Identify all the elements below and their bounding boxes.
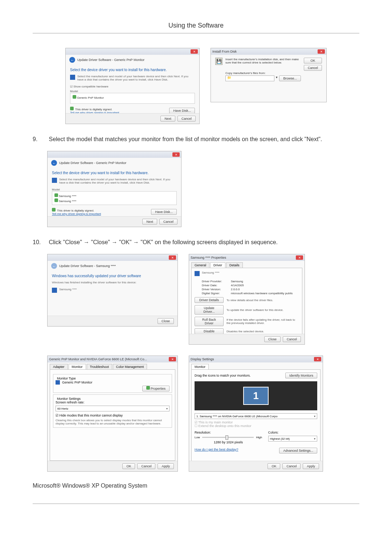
chevron-down-icon: ▾ — [314, 437, 315, 440]
refresh-dropdown[interactable]: 60 Hertz ▾ — [56, 406, 170, 411]
apply-button[interactable]: Apply — [303, 463, 319, 469]
shield-icon — [70, 107, 74, 110]
device-name: Samsung **** — [202, 271, 219, 276]
close-button[interactable]: Close — [264, 336, 281, 342]
signing-link[interactable]: Tell me why driver signing is important — [52, 212, 101, 216]
close-icon[interactable]: ✕ — [318, 49, 325, 54]
cancel-button[interactable]: Cancel — [283, 336, 301, 342]
model-item-2[interactable]: Samsung **** — [59, 200, 76, 203]
cancel-button[interactable]: Cancel — [282, 463, 301, 469]
model-item-1[interactable]: Samsung **** — [59, 194, 76, 198]
page-header: Using the Software — [33, 22, 359, 33]
monitor-arrangement[interactable]: 1 — [195, 381, 317, 410]
cancel-button[interactable]: Cancel — [304, 65, 322, 71]
dialog-title: Samsung **** Properties — [191, 256, 226, 259]
ok-button[interactable]: OK — [268, 463, 280, 469]
best-display-link[interactable]: How do I get the best display? — [195, 448, 238, 454]
compat-checkbox-label[interactable]: Show compatible hardware — [73, 85, 109, 88]
monitor-1-icon[interactable]: 1 — [243, 387, 269, 405]
advanced-button[interactable]: Advanced Settings... — [279, 448, 317, 454]
cancel-button[interactable]: Cancel — [137, 463, 155, 469]
titlebar: Display Settings ✕ — [189, 356, 323, 362]
cancel-button[interactable]: Cancel — [177, 116, 196, 122]
model-item[interactable]: Generic PnP Monitor — [77, 96, 104, 99]
close-icon[interactable]: ✕ — [296, 255, 303, 260]
close-button[interactable]: Close — [158, 318, 174, 324]
close-icon[interactable]: ✕ — [169, 357, 176, 361]
dialog-title: Generic PnP Monitor and NVIDIA GeForce 6… — [49, 357, 147, 361]
close-icon[interactable]: ✕ — [169, 255, 176, 260]
dialog-desc: Windows has finished installing the driv… — [52, 281, 173, 284]
have-disk-button[interactable]: Have Disk... — [151, 209, 177, 215]
colors-label: Colors: — [268, 431, 317, 434]
driver-details-button[interactable]: Driver Details — [195, 297, 224, 303]
update-driver-button[interactable]: Update Driver... — [195, 305, 224, 315]
tab-adapter[interactable]: Adapter — [50, 364, 68, 369]
display-select-value: 1. Samsung **** on NVIDIA GeForce 6600 L… — [196, 415, 278, 418]
hide-modes-desc: Clearing this check box allows you to se… — [56, 419, 170, 425]
properties-button[interactable]: Properties — [142, 386, 170, 391]
close-icon[interactable]: ✕ — [172, 152, 180, 157]
browse-button[interactable]: Browse... — [279, 75, 301, 81]
breadcrumb-text: Update Driver Software - Samsung **** — [59, 264, 116, 268]
close-icon[interactable]: ✕ — [314, 357, 321, 361]
disable-desc: Disables the selected device. — [226, 330, 299, 333]
hide-modes-checkbox[interactable]: Hide modes that this monitor cannot disp… — [60, 414, 123, 417]
identify-button[interactable]: Identify Monitors — [285, 373, 317, 378]
back-icon[interactable]: ← — [69, 57, 75, 63]
back-icon[interactable]: ← — [51, 160, 57, 166]
model-list[interactable]: Generic PnP Monitor — [70, 93, 195, 104]
close-icon[interactable]: ✕ — [191, 49, 198, 54]
next-button[interactable]: Next — [142, 219, 157, 225]
path-input[interactable]: 📁 — [225, 75, 274, 81]
tab-monitor[interactable]: Monitor — [191, 364, 209, 369]
ok-button[interactable]: OK — [304, 58, 322, 63]
resolution-slider[interactable] — [202, 437, 254, 438]
tab-driver[interactable]: Driver — [210, 262, 225, 268]
slider-low: Low — [195, 436, 200, 439]
tab-color[interactable]: Color Management — [113, 364, 147, 369]
update-driver-dialog-2: ✕ ← Update Driver Software - Generic PnP… — [47, 151, 181, 227]
display-settings-dialog: Display Settings ✕ Monitor Drag the icon… — [189, 356, 323, 472]
rollback-button[interactable]: Roll Back Driver — [195, 317, 224, 326]
dialog-title: Display Settings — [191, 357, 214, 361]
tab-monitor[interactable]: Monitor — [69, 364, 86, 369]
dialog-heading: Select the device driver you want to ins… — [52, 171, 177, 175]
slider-high: High — [256, 436, 262, 439]
signer-label: Digital Signer: — [202, 292, 231, 295]
date-label: Driver Date: — [202, 284, 231, 287]
version-value: 2.0.0.0 — [231, 288, 240, 291]
cancel-button[interactable]: Cancel — [159, 219, 177, 225]
device-properties-dialog: Samsung **** Properties ✕ General Driver… — [189, 254, 305, 345]
step-9-text: Select the model that matches your monit… — [49, 136, 322, 142]
tab-troubleshoot[interactable]: Troubleshoot — [87, 364, 112, 369]
colors-dropdown[interactable]: Highest (32 bit) ▾ — [268, 436, 317, 442]
apply-button[interactable]: Apply — [158, 463, 174, 469]
shield-icon — [73, 95, 76, 99]
next-button[interactable]: Next — [160, 116, 175, 122]
titlebar: ✕ — [48, 254, 177, 261]
provider-label: Driver Provider: — [202, 280, 231, 283]
breadcrumb-text: Update Driver Software - Generic PnP Mon… — [59, 161, 126, 165]
titlebar: ✕ — [66, 48, 199, 55]
have-disk-button[interactable]: Have Disk... — [169, 108, 195, 114]
display-select[interactable]: 1. Samsung **** on NVIDIA GeForce 6600 L… — [195, 413, 317, 419]
signed-text: This driver is digitally signed. — [75, 108, 112, 111]
tab-details[interactable]: Details — [226, 262, 243, 268]
device-icon — [70, 75, 75, 80]
main-monitor-checkbox: This is my main monitor — [198, 420, 233, 424]
signer-value: microsoft windows hardware compatibility… — [231, 292, 293, 295]
device-name: Samsung **** — [59, 288, 77, 293]
monitor-type-label: Monitor Type — [56, 377, 77, 380]
disk-desc: Insert the manufacturer's installation d… — [225, 58, 301, 64]
device-icon — [52, 288, 57, 293]
ok-button[interactable]: OK — [122, 463, 135, 469]
disk-icon: 💾 — [215, 58, 222, 65]
dialog-heading: Windows has successfully updated your dr… — [52, 274, 173, 278]
model-list[interactable]: Samsung **** Samsung **** — [52, 191, 177, 205]
driver-details-desc: To view details about the driver files. — [226, 299, 299, 302]
tab-general[interactable]: General — [191, 262, 209, 268]
titlebar: ✕ — [48, 151, 181, 158]
back-icon: ← — [51, 263, 57, 269]
disable-button[interactable]: Disable — [195, 328, 224, 334]
